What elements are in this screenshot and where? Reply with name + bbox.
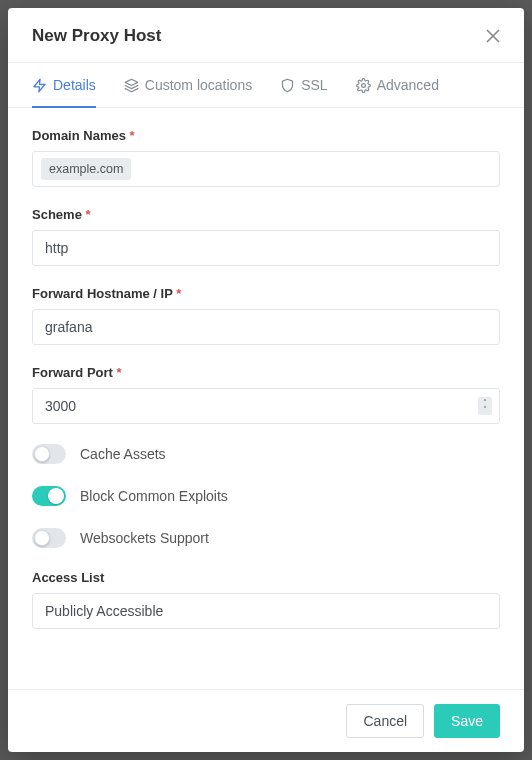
access-list-select[interactable] xyxy=(32,593,500,629)
label-block-exploits: Block Common Exploits xyxy=(80,488,228,504)
cancel-button[interactable]: Cancel xyxy=(346,704,424,738)
chevron-down-icon: ˅ xyxy=(483,406,487,413)
toggle-block-exploits-row: Block Common Exploits xyxy=(32,486,500,506)
toggle-cache-assets-row: Cache Assets xyxy=(32,444,500,464)
tabs: Details Custom locations SSL Advanced xyxy=(8,62,524,108)
save-button[interactable]: Save xyxy=(434,704,500,738)
tab-label: Custom locations xyxy=(145,77,252,93)
tab-details[interactable]: Details xyxy=(32,63,96,108)
required-star: * xyxy=(117,365,122,380)
required-star: * xyxy=(86,207,91,222)
required-star: * xyxy=(176,286,181,301)
toggle-knob xyxy=(48,488,64,504)
toggle-cache-assets[interactable] xyxy=(32,444,66,464)
tab-label: Advanced xyxy=(377,77,439,93)
label-websockets: Websockets Support xyxy=(80,530,209,546)
label-forward-port: Forward Port * xyxy=(32,365,500,380)
label-access-list: Access List xyxy=(32,570,500,585)
svg-marker-3 xyxy=(125,79,138,85)
field-forward-port: Forward Port * ˄ ˅ xyxy=(32,365,500,424)
field-forward-host: Forward Hostname / IP * xyxy=(32,286,500,345)
toggle-websockets[interactable] xyxy=(32,528,66,548)
tab-custom-locations[interactable]: Custom locations xyxy=(124,63,252,108)
zap-icon xyxy=(32,78,47,93)
svg-marker-2 xyxy=(34,79,45,92)
close-icon[interactable] xyxy=(486,29,500,43)
layers-icon xyxy=(124,78,139,93)
shield-icon xyxy=(280,78,295,93)
toggle-block-exploits[interactable] xyxy=(32,486,66,506)
domain-names-input[interactable]: example.com xyxy=(32,151,500,187)
settings-icon xyxy=(356,78,371,93)
field-access-list: Access List xyxy=(32,570,500,629)
tab-advanced[interactable]: Advanced xyxy=(356,63,439,108)
svg-point-4 xyxy=(361,83,365,87)
modal-body: Domain Names * example.com Scheme * Forw… xyxy=(8,108,524,689)
scheme-select[interactable] xyxy=(32,230,500,266)
forward-host-input[interactable] xyxy=(32,309,500,345)
field-scheme: Scheme * xyxy=(32,207,500,266)
label-cache-assets: Cache Assets xyxy=(80,446,166,462)
label-scheme: Scheme * xyxy=(32,207,500,222)
number-stepper[interactable]: ˄ ˅ xyxy=(478,397,492,415)
modal-title: New Proxy Host xyxy=(32,26,161,46)
domain-tag[interactable]: example.com xyxy=(41,158,131,180)
tab-label: SSL xyxy=(301,77,327,93)
modal-footer: Cancel Save xyxy=(8,689,524,752)
toggle-websockets-row: Websockets Support xyxy=(32,528,500,548)
proxy-host-modal: New Proxy Host Details Custom locations … xyxy=(8,8,524,752)
field-domain-names: Domain Names * example.com xyxy=(32,128,500,187)
label-forward-host: Forward Hostname / IP * xyxy=(32,286,500,301)
required-star: * xyxy=(130,128,135,143)
tab-label: Details xyxy=(53,77,96,93)
toggle-knob xyxy=(34,446,50,462)
modal-header: New Proxy Host xyxy=(8,8,524,62)
forward-port-input[interactable] xyxy=(32,388,500,424)
tab-ssl[interactable]: SSL xyxy=(280,63,327,108)
toggle-knob xyxy=(34,530,50,546)
label-domain-names: Domain Names * xyxy=(32,128,500,143)
